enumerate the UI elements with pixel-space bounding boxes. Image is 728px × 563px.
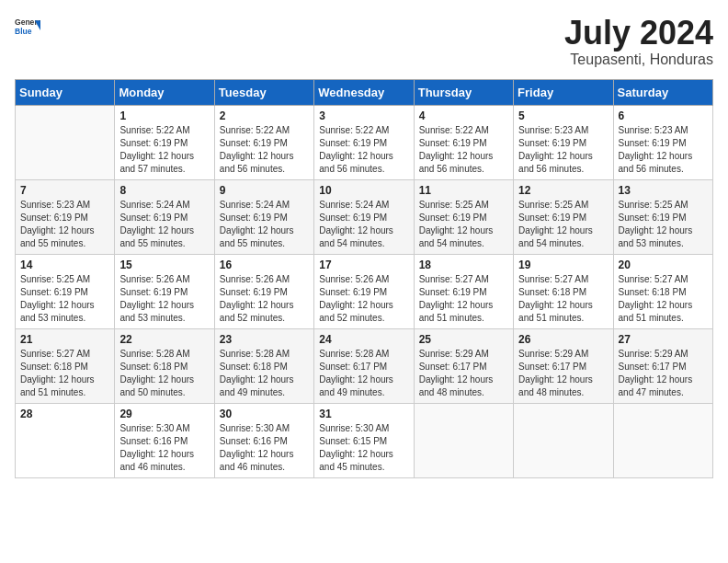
day-number: 14 xyxy=(20,259,109,271)
day-number: 4 xyxy=(419,109,508,122)
day-info: Sunrise: 5:22 AM Sunset: 6:19 PM Dayligh… xyxy=(119,124,209,176)
day-info: Sunrise: 5:28 AM Sunset: 6:18 PM Dayligh… xyxy=(119,348,209,399)
calendar-cell: 30Sunrise: 5:30 AM Sunset: 6:16 PM Dayli… xyxy=(214,403,313,477)
days-header-row: SundayMondayTuesdayWednesdayThursdayFrid… xyxy=(16,79,713,105)
day-number: 20 xyxy=(619,259,708,271)
calendar-cell: 20Sunrise: 5:27 AM Sunset: 6:18 PM Dayli… xyxy=(613,254,712,328)
day-number: 16 xyxy=(220,259,309,271)
calendar-cell: 25Sunrise: 5:29 AM Sunset: 6:17 PM Dayli… xyxy=(414,328,513,403)
day-number: 2 xyxy=(220,109,309,122)
day-info: Sunrise: 5:22 AM Sunset: 6:19 PM Dayligh… xyxy=(419,124,508,176)
header-wednesday: Wednesday xyxy=(314,79,414,105)
calendar-table: SundayMondayTuesdayWednesdayThursdayFrid… xyxy=(15,79,713,478)
calendar-cell: 11Sunrise: 5:25 AM Sunset: 6:19 PM Dayli… xyxy=(414,179,513,254)
calendar-cell: 10Sunrise: 5:24 AM Sunset: 6:19 PM Dayli… xyxy=(314,179,414,254)
day-info: Sunrise: 5:22 AM Sunset: 6:19 PM Dayligh… xyxy=(220,124,309,176)
calendar-cell: 1Sunrise: 5:22 AM Sunset: 6:19 PM Daylig… xyxy=(115,105,214,179)
day-info: Sunrise: 5:25 AM Sunset: 6:19 PM Dayligh… xyxy=(20,273,109,325)
week-row-4: 21Sunrise: 5:27 AM Sunset: 6:18 PM Dayli… xyxy=(16,328,713,403)
header-thursday: Thursday xyxy=(414,79,513,105)
calendar-cell xyxy=(16,105,115,179)
calendar-cell: 28 xyxy=(16,403,115,477)
location-subtitle: Teupasenti, Honduras xyxy=(564,52,713,68)
day-info: Sunrise: 5:28 AM Sunset: 6:18 PM Dayligh… xyxy=(220,348,309,399)
day-info: Sunrise: 5:28 AM Sunset: 6:17 PM Dayligh… xyxy=(319,348,408,399)
logo-icon: General Blue xyxy=(15,15,40,40)
day-info: Sunrise: 5:26 AM Sunset: 6:19 PM Dayligh… xyxy=(319,273,408,325)
day-number: 23 xyxy=(220,333,309,346)
day-number: 27 xyxy=(619,333,708,346)
day-info: Sunrise: 5:22 AM Sunset: 6:19 PM Dayligh… xyxy=(319,124,408,176)
day-info: Sunrise: 5:27 AM Sunset: 6:18 PM Dayligh… xyxy=(619,273,708,325)
day-info: Sunrise: 5:25 AM Sunset: 6:19 PM Dayligh… xyxy=(419,199,508,250)
calendar-cell: 23Sunrise: 5:28 AM Sunset: 6:18 PM Dayli… xyxy=(214,328,313,403)
day-number: 17 xyxy=(319,259,408,271)
day-number: 18 xyxy=(419,259,508,271)
calendar-cell xyxy=(514,403,613,477)
calendar-cell: 29Sunrise: 5:30 AM Sunset: 6:16 PM Dayli… xyxy=(115,403,214,477)
day-number: 3 xyxy=(319,109,408,122)
day-number: 26 xyxy=(518,333,608,346)
calendar-cell: 3Sunrise: 5:22 AM Sunset: 6:19 PM Daylig… xyxy=(314,105,414,179)
day-info: Sunrise: 5:24 AM Sunset: 6:19 PM Dayligh… xyxy=(119,199,209,250)
calendar-cell: 14Sunrise: 5:25 AM Sunset: 6:19 PM Dayli… xyxy=(16,254,115,328)
day-number: 22 xyxy=(119,333,209,346)
calendar-cell: 16Sunrise: 5:26 AM Sunset: 6:19 PM Dayli… xyxy=(214,254,313,328)
day-number: 24 xyxy=(319,333,408,346)
calendar-cell: 4Sunrise: 5:22 AM Sunset: 6:19 PM Daylig… xyxy=(414,105,513,179)
day-number: 19 xyxy=(518,259,608,271)
day-info: Sunrise: 5:23 AM Sunset: 6:19 PM Dayligh… xyxy=(619,124,708,176)
day-info: Sunrise: 5:25 AM Sunset: 6:19 PM Dayligh… xyxy=(619,199,708,250)
day-info: Sunrise: 5:26 AM Sunset: 6:19 PM Dayligh… xyxy=(220,273,309,325)
day-info: Sunrise: 5:24 AM Sunset: 6:19 PM Dayligh… xyxy=(319,199,408,250)
day-info: Sunrise: 5:29 AM Sunset: 6:17 PM Dayligh… xyxy=(518,348,608,399)
calendar-cell: 27Sunrise: 5:29 AM Sunset: 6:17 PM Dayli… xyxy=(613,328,712,403)
calendar-cell: 6Sunrise: 5:23 AM Sunset: 6:19 PM Daylig… xyxy=(613,105,712,179)
day-info: Sunrise: 5:23 AM Sunset: 6:19 PM Dayligh… xyxy=(20,199,109,250)
calendar-cell: 17Sunrise: 5:26 AM Sunset: 6:19 PM Dayli… xyxy=(314,254,414,328)
day-number: 6 xyxy=(619,109,708,122)
calendar-cell: 21Sunrise: 5:27 AM Sunset: 6:18 PM Dayli… xyxy=(16,328,115,403)
day-number: 8 xyxy=(119,184,209,197)
day-number: 11 xyxy=(419,184,508,197)
logo: General Blue xyxy=(15,15,40,40)
calendar-cell: 13Sunrise: 5:25 AM Sunset: 6:19 PM Dayli… xyxy=(613,179,712,254)
calendar-cell xyxy=(613,403,712,477)
day-number: 1 xyxy=(119,109,209,122)
day-number: 12 xyxy=(518,184,608,197)
day-info: Sunrise: 5:30 AM Sunset: 6:16 PM Dayligh… xyxy=(220,422,309,474)
day-number: 5 xyxy=(518,109,608,122)
day-info: Sunrise: 5:30 AM Sunset: 6:16 PM Dayligh… xyxy=(119,422,209,474)
calendar-cell: 22Sunrise: 5:28 AM Sunset: 6:18 PM Dayli… xyxy=(115,328,214,403)
day-info: Sunrise: 5:23 AM Sunset: 6:19 PM Dayligh… xyxy=(518,124,608,176)
header-friday: Friday xyxy=(514,79,613,105)
day-info: Sunrise: 5:27 AM Sunset: 6:19 PM Dayligh… xyxy=(419,273,508,325)
calendar-cell: 7Sunrise: 5:23 AM Sunset: 6:19 PM Daylig… xyxy=(16,179,115,254)
calendar-cell: 5Sunrise: 5:23 AM Sunset: 6:19 PM Daylig… xyxy=(514,105,613,179)
day-info: Sunrise: 5:27 AM Sunset: 6:18 PM Dayligh… xyxy=(518,273,608,325)
day-info: Sunrise: 5:26 AM Sunset: 6:19 PM Dayligh… xyxy=(119,273,209,325)
header-sunday: Sunday xyxy=(16,79,115,105)
day-number: 28 xyxy=(20,408,109,420)
calendar-cell: 18Sunrise: 5:27 AM Sunset: 6:19 PM Dayli… xyxy=(414,254,513,328)
day-number: 13 xyxy=(619,184,708,197)
calendar-cell: 9Sunrise: 5:24 AM Sunset: 6:19 PM Daylig… xyxy=(214,179,313,254)
day-number: 7 xyxy=(20,184,109,197)
calendar-cell: 26Sunrise: 5:29 AM Sunset: 6:17 PM Dayli… xyxy=(514,328,613,403)
day-info: Sunrise: 5:29 AM Sunset: 6:17 PM Dayligh… xyxy=(419,348,508,399)
calendar-cell: 15Sunrise: 5:26 AM Sunset: 6:19 PM Dayli… xyxy=(115,254,214,328)
day-number: 31 xyxy=(319,408,408,420)
week-row-2: 7Sunrise: 5:23 AM Sunset: 6:19 PM Daylig… xyxy=(16,179,713,254)
day-info: Sunrise: 5:27 AM Sunset: 6:18 PM Dayligh… xyxy=(20,348,109,399)
calendar-cell: 8Sunrise: 5:24 AM Sunset: 6:19 PM Daylig… xyxy=(115,179,214,254)
day-info: Sunrise: 5:24 AM Sunset: 6:19 PM Dayligh… xyxy=(220,199,309,250)
header-monday: Monday xyxy=(115,79,214,105)
week-row-3: 14Sunrise: 5:25 AM Sunset: 6:19 PM Dayli… xyxy=(16,254,713,328)
svg-text:Blue: Blue xyxy=(15,27,32,36)
day-number: 21 xyxy=(20,333,109,346)
day-number: 30 xyxy=(220,408,309,420)
day-number: 25 xyxy=(419,333,508,346)
calendar-cell: 24Sunrise: 5:28 AM Sunset: 6:17 PM Dayli… xyxy=(314,328,414,403)
day-info: Sunrise: 5:30 AM Sunset: 6:15 PM Dayligh… xyxy=(319,422,408,474)
day-number: 10 xyxy=(319,184,408,197)
